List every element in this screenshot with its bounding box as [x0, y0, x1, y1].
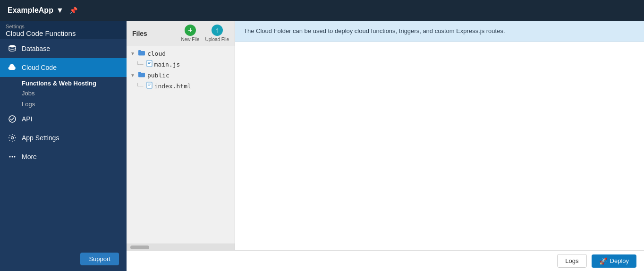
sidebar-bottom: Support: [0, 247, 127, 271]
files-title: Files: [132, 30, 147, 37]
tree-connector: └─: [136, 61, 144, 67]
top-bar: ExampleApp ▼ 📌: [0, 0, 644, 21]
content-area: The Cloud Folder can be used to deploy c…: [235, 21, 644, 250]
upload-file-icon: ↑: [212, 25, 223, 36]
tree-item-label: main.js: [154, 61, 180, 68]
tree-arrow: ▼: [130, 73, 135, 78]
tree-item-label: index.html: [154, 83, 191, 90]
database-icon: [8, 44, 17, 53]
folder-icon: [138, 50, 145, 57]
tree-item-label: public: [147, 72, 169, 79]
sidebar-appsettings-label: App Settings: [22, 134, 59, 142]
sidebar-item-appsettings[interactable]: App Settings: [0, 128, 127, 147]
svg-point-5: [14, 156, 16, 158]
bottom-bar: Logs 🚀 Deploy: [127, 250, 644, 271]
new-file-label: New File: [181, 37, 200, 42]
tree-arrow: ▼: [130, 51, 135, 56]
logs-button[interactable]: Logs: [557, 254, 586, 268]
tree-item-public[interactable]: ▼ public: [127, 70, 235, 80]
file-panel-actions: + New File ↑ Upload File: [181, 25, 229, 42]
upload-file-label: Upload File: [205, 37, 229, 42]
svg-point-4: [12, 156, 13, 158]
tree-item-main.js[interactable]: └─ main.js: [127, 59, 235, 70]
file-icon: [146, 60, 153, 68]
tree-item-index.html[interactable]: └─ index.html: [127, 80, 235, 92]
app-title[interactable]: ExampleApp ▼: [8, 6, 64, 15]
svg-point-3: [9, 156, 11, 158]
pin-icon: 📌: [69, 7, 77, 14]
horizontal-scrollbar[interactable]: [127, 244, 235, 250]
deploy-label: Deploy: [610, 257, 629, 264]
info-banner-text: The Cloud Folder can be used to deploy c…: [244, 27, 505, 34]
sidebar-cloudcode-label: Cloud Code: [22, 64, 57, 71]
main-layout: Settings Cloud Code Functions Database C…: [0, 21, 644, 271]
file-icon: [146, 82, 153, 90]
file-tree: ▼ cloud└─ main.js▼ public└─ index.html: [127, 46, 235, 244]
page-title: Cloud Code Functions: [6, 29, 121, 37]
file-panel: Files + New File ↑ Upload File ▼: [127, 21, 235, 250]
svg-point-2: [11, 137, 14, 139]
sidebar-more-label: More: [22, 153, 37, 161]
sidebar-database-label: Database: [22, 45, 50, 52]
sidebar-item-database[interactable]: Database: [0, 39, 127, 58]
cloudcode-icon: [8, 63, 17, 72]
sidebar-item-more[interactable]: More: [0, 147, 127, 166]
tree-connector: └─: [136, 83, 144, 89]
settings-breadcrumb: Settings: [6, 24, 121, 29]
deploy-button[interactable]: 🚀 Deploy: [592, 254, 636, 268]
app-name-label: ExampleApp: [8, 6, 53, 15]
upload-file-action[interactable]: ↑ Upload File: [205, 25, 229, 42]
sidebar-jobs-label[interactable]: Jobs: [0, 88, 127, 99]
folder-icon: [138, 71, 145, 79]
app-dropdown-caret[interactable]: ▼: [56, 6, 64, 15]
file-panel-header: Files + New File ↑ Upload File: [127, 21, 235, 46]
new-file-icon: +: [185, 25, 196, 36]
info-banner: The Cloud Folder can be used to deploy c…: [235, 21, 644, 42]
more-icon: [8, 152, 17, 161]
sidebar-logs-label[interactable]: Logs: [0, 99, 127, 110]
tree-item-label: cloud: [147, 50, 166, 57]
support-button[interactable]: Support: [80, 253, 119, 265]
sidebar-functions-label[interactable]: Functions & Web Hosting: [0, 77, 127, 88]
deploy-icon: 🚀: [599, 257, 607, 265]
svg-point-0: [9, 45, 16, 48]
sidebar-item-api[interactable]: API: [0, 110, 127, 128]
api-icon: [8, 114, 17, 124]
sidebar-item-cloudcode[interactable]: Cloud Code: [0, 58, 127, 77]
editor-area: [235, 42, 644, 250]
h-scroll-thumb: [130, 246, 149, 249]
tree-item-cloud[interactable]: ▼ cloud: [127, 48, 235, 59]
gear-icon: [8, 133, 17, 143]
sidebar: Settings Cloud Code Functions Database C…: [0, 21, 127, 271]
new-file-action[interactable]: + New File: [181, 25, 200, 42]
sidebar-api-label: API: [22, 115, 33, 123]
